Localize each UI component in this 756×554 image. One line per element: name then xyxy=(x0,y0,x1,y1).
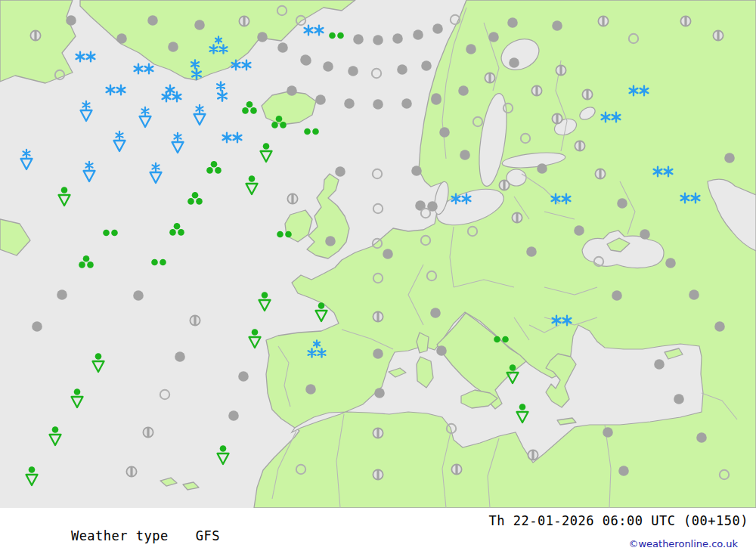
symbol-overcast xyxy=(277,42,288,53)
symbol-overcast xyxy=(460,150,470,160)
symbol-overcast xyxy=(458,85,469,96)
valid-time-label: Th 22-01-2026 06:00 UTC (00+150) xyxy=(488,513,748,528)
symbol-overcast xyxy=(315,94,326,105)
symbol-overcast xyxy=(397,64,407,75)
symbol-partly-cloudy xyxy=(143,427,153,437)
symbol-overcast xyxy=(618,466,629,476)
symbol-overcast xyxy=(507,17,518,28)
symbol-partly-cloudy xyxy=(451,464,461,474)
symbol-overcast xyxy=(603,427,613,438)
symbol-overcast xyxy=(325,236,336,246)
footer-bar: Weather typeGFS Th 22-01-2026 06:00 UTC … xyxy=(0,508,756,554)
symbol-partly-cloudy xyxy=(373,311,383,321)
symbol-partly-cloudy xyxy=(556,65,565,75)
symbol-partly-cloudy xyxy=(373,428,383,438)
symbol-partly-cloudy xyxy=(126,466,136,476)
symbol-overcast xyxy=(323,61,333,72)
symbol-partly-cloudy xyxy=(598,16,608,26)
symbol-partly-cloudy xyxy=(373,469,383,479)
symbol-overcast xyxy=(654,359,665,370)
symbol-overcast xyxy=(617,198,627,209)
symbol-overcast xyxy=(238,371,249,382)
symbol-overcast xyxy=(401,98,412,109)
symbol-partly-cloudy xyxy=(595,169,605,178)
symbol-overcast xyxy=(488,32,499,42)
symbol-partly-cloudy xyxy=(680,16,690,26)
symbol-partly-cloudy xyxy=(239,16,249,26)
symbol-overcast xyxy=(466,44,476,54)
symbol-partly-cloudy xyxy=(582,89,592,99)
symbol-partly-cloudy xyxy=(552,113,562,123)
symbol-overcast xyxy=(344,98,355,109)
model-label: GFS xyxy=(196,528,220,543)
symbol-overcast xyxy=(430,308,441,318)
symbol-overcast xyxy=(574,225,584,236)
symbol-overcast xyxy=(439,127,450,138)
symbol-overcast xyxy=(689,289,699,300)
symbol-overcast xyxy=(348,66,358,76)
symbol-overcast xyxy=(696,432,707,443)
symbol-partly-cloudy xyxy=(499,180,509,190)
symbol-partly-cloudy xyxy=(485,73,494,82)
symbol-overcast xyxy=(421,60,432,71)
symbol-overcast xyxy=(287,85,297,96)
symbol-overcast xyxy=(66,15,76,26)
copyright-link[interactable]: ©weatheronline.co.uk xyxy=(628,538,738,549)
symbol-overcast xyxy=(374,388,385,398)
weather-map-canvas xyxy=(0,0,756,508)
product-title: Weather type xyxy=(71,528,169,543)
weather-map-page: Weather typeGFS Th 22-01-2026 06:00 UTC … xyxy=(0,0,756,554)
landmass-canada xyxy=(0,0,76,83)
symbol-overcast xyxy=(436,345,447,356)
symbol-overcast xyxy=(537,163,547,174)
symbol-overcast xyxy=(57,289,67,300)
symbol-overcast xyxy=(431,94,442,105)
symbol-overcast xyxy=(228,410,239,421)
symbol-overcast xyxy=(194,20,205,30)
symbol-overcast xyxy=(552,20,562,31)
symbol-overcast xyxy=(432,23,443,34)
symbol-partly-cloudy xyxy=(512,212,522,222)
symbol-overcast xyxy=(373,35,383,45)
symbol-overcast xyxy=(383,249,393,259)
symbol-overcast xyxy=(335,166,345,177)
symbol-partly-cloudy xyxy=(575,141,584,150)
symbol-overcast xyxy=(509,57,519,68)
symbol-overcast xyxy=(640,229,650,240)
symbol-overcast xyxy=(665,258,676,268)
symbol-overcast xyxy=(147,15,158,26)
symbol-overcast xyxy=(133,290,144,301)
symbol-overcast xyxy=(714,321,725,332)
symbol-overcast xyxy=(257,32,268,42)
symbol-overcast xyxy=(411,166,422,176)
symbol-overcast xyxy=(724,153,735,163)
symbol-overcast xyxy=(674,394,684,404)
symbol-partly-cloudy xyxy=(713,30,723,40)
symbol-overcast xyxy=(305,384,316,395)
symbol-overcast xyxy=(168,42,178,52)
symbol-partly-cloudy xyxy=(528,450,538,460)
symbol-overcast xyxy=(413,29,423,40)
symbol-partly-cloudy xyxy=(190,315,200,325)
symbol-partly-cloudy xyxy=(30,30,40,40)
symbol-partly-cloudy xyxy=(287,193,297,203)
symbol-partly-cloudy xyxy=(531,85,541,95)
symbol-overcast xyxy=(116,33,127,44)
symbol-overcast xyxy=(373,348,383,359)
symbol-overcast xyxy=(175,351,185,362)
symbol-overcast xyxy=(353,34,364,45)
symbol-overcast xyxy=(373,99,383,110)
symbol-overcast xyxy=(526,246,537,257)
symbol-overcast xyxy=(392,33,403,44)
symbol-overcast xyxy=(612,290,622,301)
symbol-overcast xyxy=(300,54,311,65)
symbol-overcast xyxy=(32,321,42,332)
